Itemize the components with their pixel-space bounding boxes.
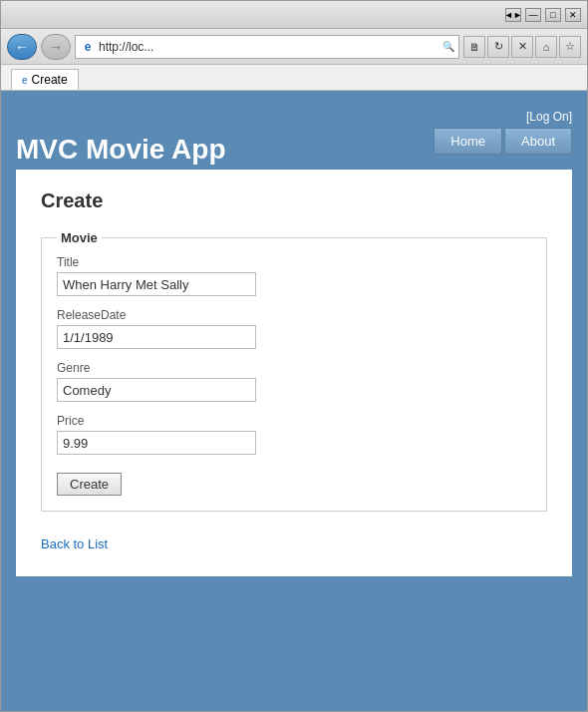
forward-button[interactable]: → bbox=[41, 34, 71, 60]
create-form: Movie Title ReleaseDate bbox=[41, 230, 547, 512]
toolbar-icons: 🗎 ↻ ✕ ⌂ ☆ bbox=[463, 36, 581, 58]
tab-title: Create bbox=[32, 73, 68, 87]
titlebar: ◄► — □ ✕ bbox=[1, 1, 587, 29]
search-icon[interactable]: 🔍 bbox=[442, 41, 454, 52]
nav-bar: Home About bbox=[434, 128, 572, 155]
movie-fieldset: Movie Title ReleaseDate bbox=[41, 230, 547, 512]
login-link[interactable]: Log On bbox=[529, 110, 568, 124]
page-heading: Create bbox=[41, 189, 547, 212]
price-input[interactable] bbox=[57, 431, 256, 455]
app-title: MVC Movie App bbox=[16, 134, 226, 166]
title-input[interactable] bbox=[57, 272, 256, 296]
title-field: Title bbox=[57, 255, 531, 296]
favorites-button[interactable]: 🗎 bbox=[463, 36, 485, 58]
minimize-button[interactable]: — bbox=[525, 8, 541, 22]
main-card: Create Movie Title ReleaseDate bbox=[16, 170, 572, 576]
browser-window: ◄► — □ ✕ ← → e 🔍 🗎 ↻ ✕ ⌂ ☆ e Create bbox=[0, 0, 588, 712]
release-date-label: ReleaseDate bbox=[57, 308, 531, 322]
stop-button[interactable]: ✕ bbox=[511, 36, 533, 58]
address-input[interactable] bbox=[99, 40, 440, 54]
close-button[interactable]: ✕ bbox=[565, 8, 581, 22]
site-container: [ Log On ] MVC Movie App Home About Crea… bbox=[16, 106, 572, 696]
genre-label: Genre bbox=[57, 361, 531, 375]
login-suffix: ] bbox=[569, 110, 572, 124]
maximize-button[interactable]: □ bbox=[545, 8, 561, 22]
address-bar[interactable]: e 🔍 bbox=[75, 35, 459, 59]
ie-icon: e bbox=[80, 39, 96, 55]
release-date-field: ReleaseDate bbox=[57, 308, 531, 349]
home-nav-button[interactable]: Home bbox=[434, 128, 502, 155]
page-content: [ Log On ] MVC Movie App Home About Crea… bbox=[1, 91, 587, 711]
snap-left-button[interactable]: ◄► bbox=[505, 8, 521, 22]
release-date-input[interactable] bbox=[57, 325, 256, 349]
browser-toolbar: ← → e 🔍 🗎 ↻ ✕ ⌂ ☆ bbox=[1, 29, 587, 65]
back-to-list-link[interactable]: Back to List bbox=[41, 536, 108, 551]
title-label: Title bbox=[57, 255, 531, 269]
about-nav-button[interactable]: About bbox=[504, 128, 572, 155]
genre-input[interactable] bbox=[57, 378, 256, 402]
active-tab[interactable]: e Create bbox=[11, 69, 79, 90]
star-button[interactable]: ☆ bbox=[559, 36, 581, 58]
tab-bar: e Create bbox=[1, 65, 587, 91]
genre-field: Genre bbox=[57, 361, 531, 402]
create-submit-button[interactable]: Create bbox=[57, 473, 122, 496]
header-row: MVC Movie App Home About bbox=[16, 128, 572, 170]
fieldset-legend: Movie bbox=[57, 230, 102, 245]
home-nav-button[interactable]: ⌂ bbox=[535, 36, 557, 58]
login-bar: [ Log On ] bbox=[16, 106, 572, 128]
tab-ie-icon: e bbox=[22, 75, 28, 86]
refresh-button[interactable]: ↻ bbox=[487, 36, 509, 58]
price-label: Price bbox=[57, 414, 531, 428]
back-button[interactable]: ← bbox=[7, 34, 37, 60]
price-field: Price bbox=[57, 414, 531, 455]
